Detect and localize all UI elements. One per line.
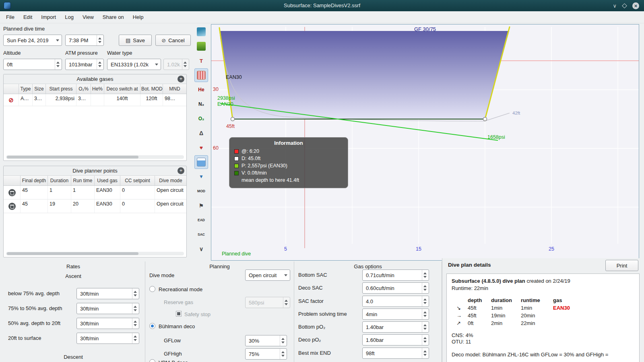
menu-import[interactable]: Import bbox=[37, 12, 60, 22]
column-header-size[interactable]: Size bbox=[33, 84, 46, 94]
deco-sac-spinner[interactable]: 0.60cuft/min bbox=[362, 282, 429, 294]
bottom-sac-spinner[interactable]: 0.71cuft/min bbox=[362, 269, 429, 281]
waypoint-mode-cell[interactable]: Open circuit bbox=[155, 186, 186, 199]
temperature-icon[interactable]: T bbox=[194, 54, 208, 68]
dc-ceiling-icon[interactable]: Δ bbox=[194, 126, 208, 140]
ascent-rate-surface-spinner[interactable]: 30ft/min bbox=[76, 333, 139, 344]
dive-mode-combo[interactable]: Open circuit bbox=[245, 269, 290, 281]
column-header-final-depth[interactable]: Final depth bbox=[21, 176, 48, 185]
best-mix-end-spinner[interactable]: 98ft bbox=[362, 348, 429, 359]
add-waypoint-button[interactable]: + bbox=[178, 167, 184, 174]
gas-pressures-icon[interactable] bbox=[194, 39, 208, 53]
menu-help[interactable]: Help bbox=[128, 12, 148, 22]
spinner-buttons-icon[interactable] bbox=[422, 335, 427, 345]
ascent-rate-50-spinner[interactable]: 30ft/min bbox=[76, 303, 139, 314]
safety-stop-checkbox[interactable] bbox=[176, 311, 182, 317]
salinity-icon[interactable]: ▼ bbox=[194, 170, 208, 183]
column-header-cc-setpoint[interactable]: CC setpoint bbox=[120, 176, 155, 185]
spinner-buttons-icon[interactable] bbox=[132, 288, 138, 299]
close-window-icon[interactable]: × bbox=[632, 2, 639, 9]
spinner-buttons-icon[interactable] bbox=[97, 35, 102, 45]
waypoint-setpoint-cell[interactable]: 0 bbox=[120, 186, 155, 199]
spinner-buttons-icon[interactable] bbox=[132, 333, 138, 343]
profile-scale-icon[interactable] bbox=[194, 25, 208, 39]
gas-deco-switch-cell[interactable]: 140ft bbox=[104, 94, 140, 106]
dive-profile-chart[interactable]: GF 30/75 30 60 5 15 25 EAN30 2938psi EAN… bbox=[211, 24, 639, 261]
sac-factor-spinner[interactable]: 4.0 bbox=[362, 296, 429, 307]
gas-size-cell[interactable]: 3… bbox=[33, 94, 46, 106]
spinner-buttons-icon[interactable] bbox=[422, 283, 427, 293]
scrollbar-thumb[interactable] bbox=[7, 252, 138, 255]
problem-solving-time-spinner[interactable]: 4min bbox=[362, 309, 429, 320]
water-type-combo[interactable]: EN13319 (1.02k bbox=[107, 59, 161, 70]
photos-icon[interactable] bbox=[194, 155, 208, 169]
waypoint-depth-cell[interactable]: 45 bbox=[21, 200, 48, 213]
save-button[interactable]: ▤ Save bbox=[119, 35, 152, 46]
column-header-bot-mod[interactable]: Bot. MOD bbox=[140, 84, 163, 94]
tissue-heatmap-icon[interactable] bbox=[194, 68, 208, 82]
gas-o2-cell[interactable]: 3… bbox=[76, 94, 91, 106]
gas-bot-mod-cell[interactable]: 120ft bbox=[140, 94, 163, 106]
column-header-o2[interactable]: O₂% bbox=[76, 84, 91, 94]
gas-type-cell[interactable]: A… bbox=[19, 94, 33, 106]
gflow-spinner[interactable]: 30% bbox=[245, 335, 287, 346]
column-header-duration[interactable]: Duration bbox=[48, 176, 71, 185]
menu-share-on[interactable]: Share on bbox=[98, 12, 128, 22]
column-header-type[interactable]: Type bbox=[19, 84, 33, 94]
column-header-used-gas[interactable]: Used gas bbox=[95, 176, 120, 185]
gas-he-cell[interactable] bbox=[91, 94, 104, 106]
menu-view[interactable]: View bbox=[78, 12, 98, 22]
spinner-buttons-icon[interactable] bbox=[422, 270, 427, 280]
scrollbar-thumb[interactable] bbox=[7, 156, 138, 158]
menu-log[interactable]: Log bbox=[60, 12, 78, 22]
dive-date-combo[interactable]: Sun Feb 24, 2019 bbox=[3, 35, 62, 46]
spinner-buttons-icon[interactable] bbox=[132, 318, 138, 329]
gfhigh-spinner[interactable]: 75% bbox=[245, 348, 287, 360]
ead-icon[interactable]: EAD bbox=[194, 213, 208, 227]
waypoint-row[interactable]: 45 19 20 EAN30 0 Open circuit bbox=[4, 200, 186, 213]
pp-oxygen-icon[interactable]: O₂ bbox=[194, 112, 208, 125]
spinner-buttons-icon[interactable] bbox=[132, 303, 138, 314]
gas-table-row[interactable]: ⊘ A… 3… 2,938psi 3… 140ft 120ft 98… bbox=[4, 94, 186, 106]
spinner-buttons-icon[interactable] bbox=[422, 348, 427, 358]
ascent-rate-75-spinner[interactable]: 30ft/min bbox=[76, 288, 139, 299]
gas-mnd-cell[interactable]: 98… bbox=[163, 94, 186, 106]
gas-start-press-cell[interactable]: 2,938psi bbox=[46, 94, 76, 106]
column-header-deco-switch[interactable]: Deco switch at bbox=[104, 84, 140, 94]
column-header-dive-mode[interactable]: Dive mode bbox=[155, 176, 186, 185]
shade-window-icon[interactable]: ∨ bbox=[613, 3, 617, 8]
points-hscrollbar[interactable] bbox=[6, 252, 184, 255]
menu-edit[interactable]: Edit bbox=[19, 12, 37, 22]
ndl-tts-icon[interactable]: ⚑ bbox=[194, 199, 208, 212]
recreational-mode-radio[interactable] bbox=[149, 286, 155, 292]
waypoint-handle[interactable] bbox=[231, 117, 235, 121]
atm-pressure-spinner[interactable]: 1013mbar bbox=[65, 59, 104, 70]
pp-nitrogen-icon[interactable]: N₂ bbox=[194, 97, 208, 111]
spinner-buttons-icon[interactable] bbox=[422, 322, 427, 332]
waypoint-gas-cell[interactable]: EAN30 bbox=[95, 186, 120, 199]
delete-waypoint-icon[interactable] bbox=[8, 203, 16, 210]
column-header-mnd[interactable]: MND bbox=[163, 84, 186, 94]
spinner-buttons-icon[interactable] bbox=[422, 296, 427, 306]
altitude-spinner[interactable]: 0ft bbox=[3, 59, 62, 70]
sac-icon[interactable]: SAC bbox=[194, 228, 208, 241]
vpmb-deco-radio[interactable] bbox=[149, 359, 155, 362]
print-button[interactable]: Print bbox=[605, 260, 638, 271]
menu-file[interactable]: File bbox=[2, 12, 19, 22]
waypoint-depth-cell[interactable]: 45 bbox=[21, 186, 48, 199]
waypoint-duration-cell[interactable]: 19 bbox=[48, 200, 71, 213]
bottom-po2-spinner[interactable]: 1.40bar bbox=[362, 321, 429, 333]
spinner-buttons-icon[interactable] bbox=[97, 59, 102, 70]
column-header-run-time[interactable]: Run time bbox=[71, 176, 95, 185]
spinner-buttons-icon[interactable] bbox=[280, 349, 285, 359]
cylinder-icon[interactable]: ⊘ bbox=[8, 97, 14, 103]
spinner-buttons-icon[interactable] bbox=[55, 59, 60, 70]
ascent-rate-20ft-spinner[interactable]: 30ft/min bbox=[76, 318, 139, 329]
waypoint-handle[interactable] bbox=[483, 117, 487, 121]
column-header-start-press[interactable]: Start press bbox=[46, 84, 76, 94]
deco-po2-spinner[interactable]: 1.60bar bbox=[362, 334, 429, 346]
waypoint-mode-cell[interactable]: Open circuit bbox=[155, 200, 186, 213]
titlebar[interactable]: Subsurface: SampleDivesV2.ssrf ∨ × bbox=[0, 0, 644, 11]
delete-waypoint-icon[interactable] bbox=[8, 189, 16, 196]
spinner-buttons-icon[interactable] bbox=[422, 309, 427, 319]
